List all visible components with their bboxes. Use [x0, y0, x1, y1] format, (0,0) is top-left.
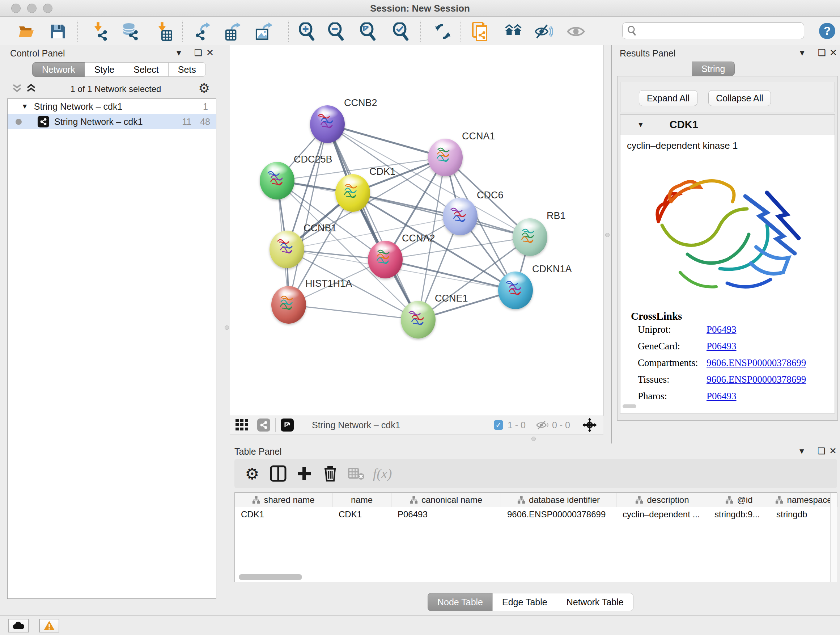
- export-table-button[interactable]: [224, 22, 242, 41]
- zoom-fit-button[interactable]: [358, 22, 377, 41]
- selected-checkbox-icon[interactable]: ✓: [494, 420, 503, 430]
- splitter-grip[interactable]: [225, 325, 229, 330]
- column-header-name[interactable]: name: [332, 493, 392, 507]
- zoom-out-button[interactable]: [327, 22, 345, 41]
- splitter-grip[interactable]: [531, 437, 536, 441]
- export-network-button[interactable]: [194, 22, 212, 41]
- column-header-namespace[interactable]: namespace: [770, 493, 837, 507]
- hide-selected-button[interactable]: [535, 22, 553, 41]
- collapse-all-button[interactable]: Collapse All: [708, 90, 771, 106]
- network-view-type-icon[interactable]: [257, 418, 270, 432]
- column-header--id[interactable]: @id: [708, 493, 770, 507]
- edge-CCNB2-CCNE1[interactable]: [327, 124, 418, 320]
- cell-description[interactable]: cyclin–dependent ...: [616, 507, 708, 522]
- cell-namespace[interactable]: stringdb: [770, 507, 837, 522]
- column-header-database-identifier[interactable]: database identifier: [501, 493, 616, 507]
- section-scrollbar-thumb[interactable]: [622, 404, 636, 408]
- import-network-button[interactable]: [91, 22, 109, 41]
- grid-view-icon[interactable]: [235, 419, 250, 431]
- tab-string[interactable]: String: [692, 62, 735, 76]
- cell--id[interactable]: stringdb:9...: [708, 507, 770, 522]
- panel-menu-icon[interactable]: ▾: [800, 48, 805, 58]
- table-toolbar: ⚙ f(x): [234, 459, 837, 488]
- node-CCNA2[interactable]: [368, 241, 403, 279]
- panel-float-icon[interactable]: ❏: [194, 48, 202, 58]
- import-table-button[interactable]: [155, 22, 173, 41]
- left-splitter[interactable]: [224, 45, 230, 416]
- crosslink-value-link[interactable]: P06493: [706, 340, 737, 352]
- tab-select[interactable]: Select: [124, 62, 168, 77]
- crosslink-value-link[interactable]: P06493: [706, 324, 737, 335]
- crosslink-value-link[interactable]: 9606.ENSP00000378699: [706, 374, 806, 385]
- export-image-button[interactable]: [255, 22, 273, 41]
- import-network-from-database-button[interactable]: [121, 22, 139, 41]
- show-all-button-disabled[interactable]: [567, 22, 585, 41]
- tab-edge-table[interactable]: Edge Table: [493, 593, 557, 611]
- search-input[interactable]: [640, 25, 799, 36]
- node-CCNB1[interactable]: [270, 231, 304, 268]
- column-header-canonical-name[interactable]: canonical name: [392, 493, 501, 507]
- save-session-button[interactable]: [49, 22, 67, 41]
- panel-float-icon[interactable]: ❏: [818, 446, 826, 456]
- network-collection-row[interactable]: ▼ String Network – cdk1 1: [8, 99, 216, 114]
- gear-icon[interactable]: ⚙: [198, 81, 210, 96]
- section-expander-icon[interactable]: ▼: [637, 120, 644, 129]
- panel-menu-icon[interactable]: ▾: [177, 48, 181, 58]
- edge-HIST1H1A-CCNE1[interactable]: [289, 305, 418, 320]
- warnings-button[interactable]: [39, 619, 59, 632]
- panel-float-icon[interactable]: ❏: [818, 48, 826, 58]
- table-vertical-scrollbar[interactable]: [830, 493, 837, 582]
- tab-network[interactable]: Network: [32, 62, 85, 77]
- collapse-all-chevron-icon[interactable]: [12, 83, 22, 94]
- panel-close-icon[interactable]: ✕: [206, 48, 214, 58]
- expand-all-button[interactable]: Expand All: [639, 90, 698, 106]
- node-CCNE1[interactable]: [401, 301, 436, 339]
- column-header-description[interactable]: description: [616, 493, 708, 507]
- table-settings-gear-icon[interactable]: ⚙: [241, 463, 264, 484]
- cell-database-identifier[interactable]: 9606.ENSP00000378699: [501, 507, 616, 522]
- tab-sets[interactable]: Sets: [168, 62, 206, 77]
- cloud-button[interactable]: [8, 619, 29, 632]
- node-CDK1[interactable]: [335, 174, 370, 212]
- show-columns-icon[interactable]: [267, 463, 289, 484]
- node-RB1[interactable]: [513, 218, 547, 256]
- apply-layout-button[interactable]: [434, 22, 452, 41]
- cell-shared-name[interactable]: CDK1: [235, 507, 332, 522]
- cell-name[interactable]: CDK1: [332, 507, 392, 522]
- node-CDKN1A[interactable]: [498, 272, 533, 309]
- table-data-row[interactable]: CDK1CDK1P064939606.ENSP00000378699cyclin…: [235, 507, 837, 522]
- node-CDC6[interactable]: [443, 198, 477, 235]
- tab-node-table[interactable]: Node Table: [428, 593, 493, 611]
- help-button[interactable]: ?: [819, 23, 835, 39]
- network-canvas[interactable]: CCNB2 CCNA1 CDC25B CDK1 CDC6 RB1 CCNB1 C…: [230, 45, 603, 416]
- crosslink-value-link[interactable]: 9606.ENSP00000378699: [706, 357, 806, 368]
- node-CDC25B[interactable]: [260, 162, 294, 200]
- network-row-selected[interactable]: String Network – cdk1 11 48: [8, 114, 216, 129]
- expand-all-chevron-icon[interactable]: [26, 83, 36, 94]
- splitter-grip[interactable]: [605, 233, 609, 237]
- clone-network-button[interactable]: [471, 22, 489, 41]
- zoom-in-button[interactable]: [297, 22, 316, 41]
- tree-expander-icon[interactable]: ▼: [21, 103, 28, 111]
- panel-close-icon[interactable]: ✕: [829, 446, 837, 456]
- node-HIST1H1A[interactable]: [271, 286, 306, 324]
- detach-view-icon[interactable]: [281, 418, 294, 432]
- create-column-plus-icon[interactable]: [293, 463, 316, 484]
- zoom-selected-button[interactable]: [392, 22, 409, 41]
- node-CCNB2[interactable]: [310, 105, 345, 143]
- delete-column-trash-icon[interactable]: [319, 463, 341, 484]
- cell-canonical-name[interactable]: P06493: [392, 507, 501, 522]
- table-horizontal-scrollbar-thumb[interactable]: [239, 574, 302, 580]
- panel-menu-icon[interactable]: ▾: [799, 446, 804, 456]
- tab-network-table[interactable]: Network Table: [557, 593, 633, 611]
- open-session-button[interactable]: [17, 22, 35, 41]
- gene-section-header[interactable]: ▼ CDK1: [621, 115, 835, 135]
- tab-style[interactable]: Style: [85, 62, 125, 77]
- right-splitter[interactable]: [603, 45, 611, 416]
- crosslink-value-link[interactable]: P06493: [706, 391, 737, 402]
- node-CCNA1[interactable]: [428, 139, 463, 176]
- column-header-shared-name[interactable]: shared name: [235, 493, 332, 507]
- fit-content-crosshair-icon[interactable]: [583, 418, 597, 432]
- first-neighbors-button[interactable]: [504, 22, 523, 41]
- panel-close-icon[interactable]: ✕: [829, 48, 837, 58]
